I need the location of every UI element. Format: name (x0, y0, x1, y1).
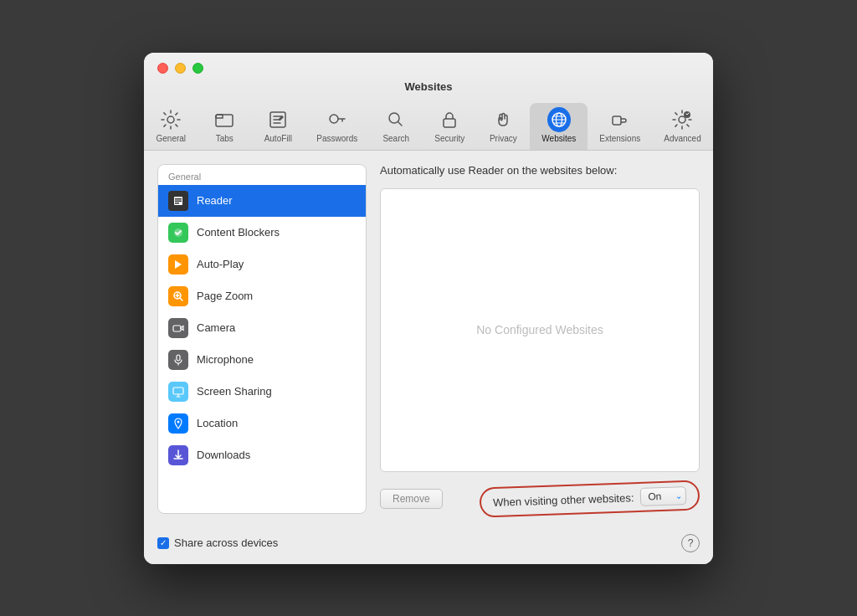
close-button[interactable] (157, 63, 168, 74)
auto-play-icon (168, 254, 188, 275)
svg-rect-12 (175, 198, 182, 200)
toolbar-item-extensions[interactable]: Extensions (588, 103, 652, 150)
sidebar-label-page-zoom: Page Zoom (197, 290, 253, 302)
preferences-window: Websites General (144, 53, 713, 564)
toolbar-label-general: General (157, 134, 187, 143)
remove-button[interactable]: Remove (380, 489, 443, 509)
window-title: Websites (405, 80, 453, 93)
svg-rect-14 (175, 203, 179, 204)
gear-icon (159, 108, 182, 131)
sidebar-item-downloads[interactable]: Downloads (158, 439, 366, 471)
bottom-bar: Remove When visiting other websites: On … (380, 484, 700, 514)
toolbar-item-passwords[interactable]: Passwords (305, 103, 369, 150)
maximize-button[interactable] (192, 63, 203, 74)
screen-sharing-icon (168, 382, 188, 402)
sidebar-item-content-blockers[interactable]: Content Blockers (158, 217, 366, 249)
tabs-icon (213, 108, 236, 131)
share-across-devices-area: ✓ Share across devices (157, 536, 278, 549)
toolbar-item-search[interactable]: Search (369, 103, 423, 150)
sidebar-item-auto-play[interactable]: Auto-Play (158, 249, 366, 280)
toolbar-label-passwords: Passwords (316, 134, 357, 143)
websites-list: No Configured Websites (380, 188, 700, 472)
search-icon (384, 108, 408, 131)
sidebar-item-location[interactable]: Location (158, 408, 366, 439)
sidebar-label-location: Location (197, 417, 238, 429)
toolbar-item-general[interactable]: General (144, 103, 198, 150)
toolbar-item-security[interactable]: Security (423, 103, 476, 150)
svg-rect-5 (444, 119, 455, 127)
svg-point-0 (167, 116, 174, 123)
main-panel: Automatically use Reader on the websites… (380, 164, 700, 514)
lock-icon (438, 108, 461, 131)
toolbar-label-privacy: Privacy (490, 134, 517, 143)
svg-point-3 (330, 115, 338, 123)
toolbar-label-extensions: Extensions (599, 134, 640, 143)
sidebar-item-microphone[interactable]: Microphone (158, 344, 366, 376)
extensions-icon (608, 108, 632, 131)
toolbar-item-autofill[interactable]: AutoFill (251, 103, 305, 150)
toolbar-label-search: Search (382, 134, 409, 143)
autofill-icon (266, 108, 290, 131)
sidebar-item-reader[interactable]: Reader (158, 185, 366, 217)
svg-rect-13 (175, 200, 182, 202)
toolbar-item-tabs[interactable]: Tabs (198, 103, 251, 150)
toolbar-item-privacy[interactable]: Privacy (476, 103, 530, 150)
toolbar-label-autofill: AutoFill (264, 134, 292, 143)
toolbar-item-websites[interactable]: Websites (530, 103, 588, 150)
toolbar-label-security: Security (434, 134, 464, 143)
svg-point-21 (177, 420, 180, 423)
sidebar-item-camera[interactable]: Camera (158, 312, 366, 344)
empty-state-text: No Configured Websites (476, 323, 603, 336)
toolbar-label-advanced: Advanced (664, 134, 700, 143)
visiting-control-highlight: When visiting other websites: On Off ⌄ (479, 480, 700, 517)
toolbar-label-websites: Websites (541, 134, 576, 143)
sidebar-label-microphone: Microphone (197, 353, 254, 366)
sidebar-label-reader: Reader (197, 194, 233, 207)
content-blockers-icon (168, 223, 188, 243)
titlebar: Websites General (144, 53, 713, 151)
svg-point-4 (389, 113, 399, 123)
sidebar-label-content-blockers: Content Blockers (197, 226, 280, 239)
main-description: Automatically use Reader on the websites… (380, 164, 700, 177)
svg-rect-18 (173, 326, 181, 331)
location-icon (168, 413, 188, 434)
sidebar-label-auto-play: Auto-Play (197, 258, 244, 270)
minimize-button[interactable] (175, 63, 186, 74)
hand-icon (491, 108, 515, 131)
page-zoom-icon (168, 286, 188, 306)
visiting-select[interactable]: On Off (640, 485, 687, 506)
traffic-lights (157, 63, 203, 74)
svg-marker-16 (175, 260, 182, 269)
sidebar-label-screen-sharing: Screen Sharing (197, 385, 272, 398)
help-button[interactable]: ? (681, 534, 700, 552)
camera-icon (168, 318, 188, 338)
microphone-icon (168, 350, 188, 370)
toolbar-item-advanced[interactable]: Advanced (652, 103, 712, 150)
visiting-label: When visiting other websites: (492, 490, 634, 508)
visiting-select-wrapper: On Off ⌄ (640, 485, 687, 506)
toolbar: General Tabs (144, 103, 712, 150)
svg-point-9 (679, 116, 685, 123)
sidebar-label-downloads: Downloads (197, 449, 250, 461)
svg-rect-1 (216, 115, 233, 126)
sidebar: General Reader (157, 164, 367, 514)
advanced-icon (670, 108, 694, 131)
reader-icon (168, 191, 188, 211)
sidebar-item-screen-sharing[interactable]: Screen Sharing (158, 376, 366, 408)
svg-rect-20 (173, 388, 183, 394)
sidebar-section-general: General (158, 165, 366, 185)
svg-rect-19 (177, 355, 180, 361)
share-label: Share across devices (174, 536, 278, 549)
key-icon (326, 108, 349, 131)
toolbar-label-tabs: Tabs (216, 134, 233, 143)
content-area: General Reader (144, 151, 713, 527)
downloads-icon (168, 445, 188, 465)
globe-icon (547, 108, 571, 131)
footer: ✓ Share across devices ? (144, 527, 713, 564)
sidebar-item-page-zoom[interactable]: Page Zoom (158, 280, 366, 312)
share-checkbox[interactable]: ✓ (157, 537, 169, 549)
sidebar-label-camera: Camera (197, 321, 235, 334)
svg-rect-8 (613, 116, 621, 125)
